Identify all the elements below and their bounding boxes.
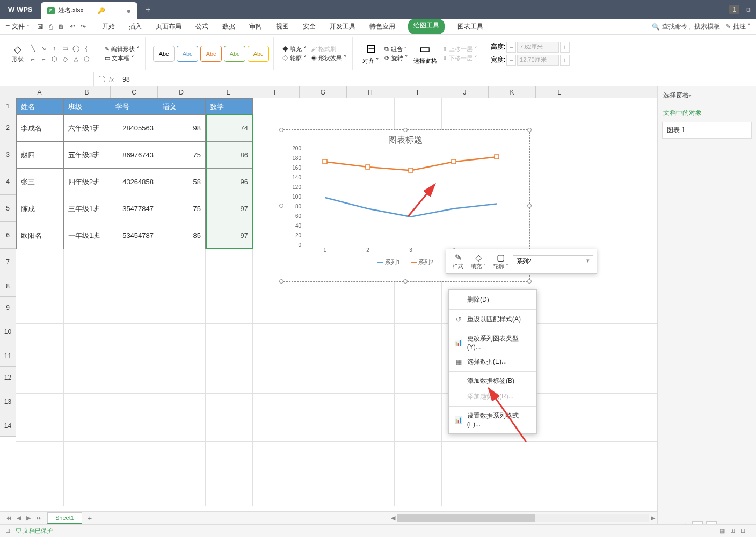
sheet-last-icon[interactable]: ⏭ xyxy=(34,513,44,523)
colhead-K[interactable]: K xyxy=(489,86,536,98)
shape-gallery[interactable]: ╲↘↑▭◯{ ⌐⌐⬡◇△⬠ xyxy=(28,43,91,64)
rownum-5[interactable]: 5 xyxy=(0,195,16,222)
outline-button[interactable]: ◇ 轮廓 ˅ xyxy=(282,54,307,62)
rownum-13[interactable]: 13 xyxy=(0,388,16,415)
style-preset-5[interactable]: Abc xyxy=(248,46,269,62)
ctx-format-data-series[interactable]: 📊 设置数据系列格式(F)... xyxy=(449,408,536,431)
ctx-select-data[interactable]: ▦ 选择数据(E)... xyxy=(449,354,536,369)
header-math[interactable]: 数学 xyxy=(206,99,253,115)
colhead-J[interactable]: J xyxy=(441,86,489,98)
sheet-next-icon[interactable]: ▶ xyxy=(24,513,33,523)
horizontal-scrollbar[interactable]: ◀ ▶ xyxy=(389,514,657,522)
formula-input[interactable]: 98 xyxy=(118,76,756,83)
colhead-F[interactable]: F xyxy=(252,86,300,98)
tab-review[interactable]: 审阅 xyxy=(248,19,263,34)
rownum-11[interactable]: 11 xyxy=(0,345,16,367)
colhead-H[interactable]: H xyxy=(347,86,394,98)
print-preview-icon[interactable]: 🗎 xyxy=(58,23,64,31)
height-increment[interactable]: + xyxy=(560,42,570,53)
rownum-10[interactable]: 10 xyxy=(0,318,16,345)
colhead-A[interactable]: A xyxy=(16,86,63,98)
print-icon[interactable]: ⎙ xyxy=(49,23,53,31)
comment-button[interactable]: ✎ 批注 ˅ xyxy=(725,22,751,31)
header-studentid[interactable]: 学号 xyxy=(111,99,158,115)
selection-pane-title[interactable]: 选择窗格 xyxy=(658,86,756,104)
tab-devtools[interactable]: 开发工具 xyxy=(329,19,357,34)
colhead-L[interactable]: L xyxy=(536,86,583,98)
spreadsheet-grid[interactable]: A B C D E F G H I J K L 1 2 3 4 5 6 7 8 … xyxy=(0,86,657,537)
rownum-8[interactable]: 8 xyxy=(0,275,16,297)
ctx-change-chart-type[interactable]: 📊 更改系列图表类型(Y)... xyxy=(449,331,536,354)
colhead-D[interactable]: D xyxy=(158,86,205,98)
tab-data[interactable]: 数据 xyxy=(221,19,236,34)
undo-icon[interactable]: ↶ xyxy=(70,23,75,31)
mini-fill-button[interactable]: ◇ 填充 ˅ xyxy=(468,251,489,271)
style-preset-3[interactable]: Abc xyxy=(200,46,222,62)
header-class[interactable]: 班级 xyxy=(64,99,111,115)
ctx-delete[interactable]: 删除(D) xyxy=(449,292,536,308)
colhead-I[interactable]: I xyxy=(394,86,441,98)
height-input[interactable] xyxy=(517,42,559,53)
window-options-icon[interactable]: ⧉ xyxy=(746,6,751,13)
tab-formula[interactable]: 公式 xyxy=(194,19,209,34)
rownum-1[interactable]: 1 xyxy=(0,98,16,114)
rownum-3[interactable]: 3 xyxy=(0,141,16,168)
tab-chart-tools[interactable]: 图表工具 xyxy=(456,19,484,34)
document-tab[interactable]: S 姓名.xlsx 🔑 ● xyxy=(41,2,137,19)
selection-pane-button[interactable]: ▭ 选择窗格 xyxy=(411,40,439,67)
tab-security[interactable]: 安全 xyxy=(302,19,317,34)
header-chinese[interactable]: 语文 xyxy=(158,99,206,115)
shape-effects-button[interactable]: ◈ 形状效果 ˅ xyxy=(311,54,347,62)
rotate-button[interactable]: ⟳ 旋转 ˅ xyxy=(384,54,408,62)
ctx-add-data-labels[interactable]: 添加数据标签(B) xyxy=(449,373,536,389)
fill-button[interactable]: ◆ 填充 ˅ xyxy=(282,45,307,53)
command-search[interactable]: 🔍 查找命令、搜索模板 xyxy=(652,22,720,31)
tab-pagelayout[interactable]: 页面布局 xyxy=(155,19,183,34)
sheet-tab[interactable]: Sheet1 xyxy=(47,512,82,524)
rownum-4[interactable]: 4 xyxy=(0,168,16,195)
rownum-7[interactable]: 7 xyxy=(0,249,16,275)
tab-close-icon[interactable]: ● xyxy=(127,6,131,15)
chart-series-1[interactable] xyxy=(325,198,497,217)
style-preset-2[interactable]: Abc xyxy=(177,46,198,62)
ctx-reset-style[interactable]: ↺ 重设以匹配样式(A) xyxy=(449,311,536,327)
rownum-2[interactable]: 2 xyxy=(0,114,16,141)
sheet-prev-icon[interactable]: ◀ xyxy=(14,513,23,523)
width-increment[interactable]: + xyxy=(560,55,570,66)
redo-icon[interactable]: ↷ xyxy=(81,23,86,31)
view-custom-icon[interactable]: ⊡ xyxy=(740,527,745,534)
width-decrement[interactable]: − xyxy=(506,55,516,66)
colhead-G[interactable]: G xyxy=(300,86,347,98)
style-preset-4[interactable]: Abc xyxy=(224,46,245,62)
mini-outline-button[interactable]: ▢ 轮廓 ˅ xyxy=(490,251,512,271)
file-menu[interactable]: 文件 xyxy=(5,22,30,31)
shapes-button[interactable]: ◇ 形状 xyxy=(10,41,26,66)
rownum-12[interactable]: 12 xyxy=(0,367,16,388)
header-name[interactable]: 姓名 xyxy=(17,99,64,115)
tab-special[interactable]: 特色应用 xyxy=(368,19,396,34)
height-decrement[interactable]: − xyxy=(506,42,516,53)
series-selector[interactable]: 系列2 xyxy=(513,255,593,267)
style-preset-1[interactable]: Abc xyxy=(153,46,175,62)
chart-plot-area[interactable]: 0 20 40 60 80 100 120 140 160 180 200 xyxy=(303,148,518,245)
width-input[interactable] xyxy=(517,55,559,66)
colhead-B[interactable]: B xyxy=(63,86,111,98)
sheet-first-icon[interactable]: ⏮ xyxy=(3,513,13,523)
add-tab-button[interactable]: + xyxy=(137,5,158,14)
align-button[interactable]: ⊟ 对齐 ˅ xyxy=(360,40,381,67)
fx-button[interactable]: fx xyxy=(109,76,114,83)
rownum-9[interactable]: 9 xyxy=(0,297,16,318)
edit-shape-button[interactable]: ✎ 编辑形状 ˅ xyxy=(105,45,140,53)
group-button[interactable]: ⧉ 组合 ˅ xyxy=(384,45,408,53)
tab-drawing-tools[interactable]: 绘图工具 xyxy=(408,19,445,34)
tab-start[interactable]: 开始 xyxy=(101,19,116,34)
view-normal-icon[interactable]: ▦ xyxy=(719,527,725,534)
mini-style-button[interactable]: ✎ 样式 xyxy=(449,251,467,271)
textbox-button[interactable]: ▭ 文本框 ˅ xyxy=(105,54,140,62)
select-all-corner[interactable] xyxy=(0,86,16,98)
tab-view[interactable]: 视图 xyxy=(275,19,290,34)
colhead-E[interactable]: E xyxy=(205,86,252,98)
window-count-badge[interactable]: 1 xyxy=(729,5,739,14)
rownum-6[interactable]: 6 xyxy=(0,222,16,249)
colhead-C[interactable]: C xyxy=(111,86,158,98)
